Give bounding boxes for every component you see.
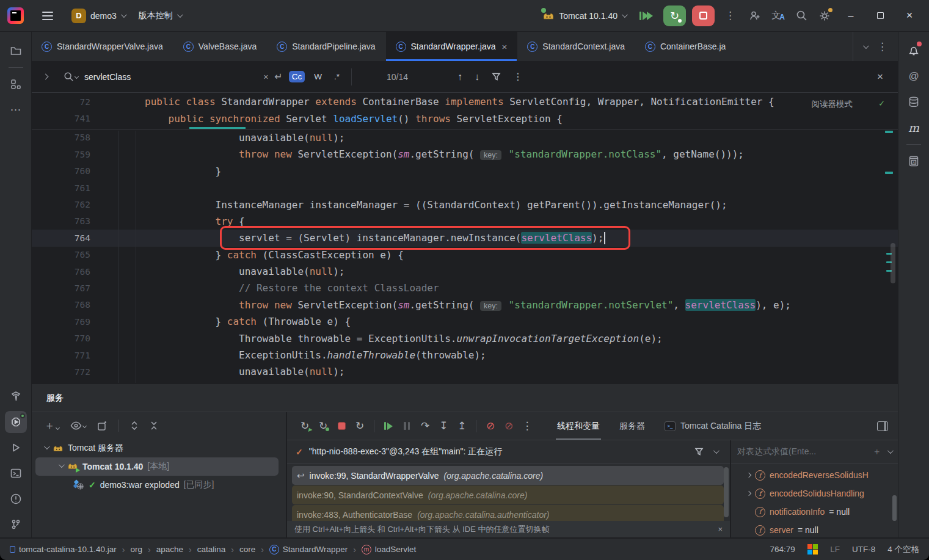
git-icon[interactable] bbox=[5, 514, 27, 536]
editor-tab[interactable]: CStandardWrapper.java× bbox=[386, 32, 518, 61]
code-line[interactable]: 758unavailable(null); bbox=[32, 129, 898, 146]
minimize-button[interactable]: – bbox=[837, 5, 864, 26]
expand-search-icon[interactable] bbox=[42, 74, 48, 80]
code-line[interactable]: 760} bbox=[32, 163, 898, 180]
rerun-button[interactable]: ↻▶ bbox=[296, 418, 314, 435]
debug-tab[interactable]: 线程和变量 bbox=[550, 412, 607, 440]
reader-mode-label[interactable]: 阅读器模式 bbox=[812, 99, 853, 110]
debug-tab[interactable]: 服务器 bbox=[612, 412, 652, 440]
expand-chevron-icon[interactable] bbox=[746, 491, 751, 496]
project-folder-icon[interactable] bbox=[5, 40, 27, 62]
add-watch-icon[interactable]: ＋ bbox=[872, 446, 881, 457]
code-line[interactable]: 772unavailable(null); bbox=[32, 363, 898, 380]
run-config-selector[interactable]: Tomcat 10.1.40 bbox=[537, 6, 631, 26]
settings-button[interactable] bbox=[814, 7, 835, 25]
step-into-button[interactable]: ↧ bbox=[434, 418, 453, 435]
ai-assistant-icon[interactable]: @ bbox=[903, 65, 925, 87]
breadcrumb-item[interactable]: core bbox=[239, 545, 255, 554]
microsoft-input-icon[interactable] bbox=[807, 544, 818, 555]
code-line[interactable]: 762InstanceManager instanceManager = ((S… bbox=[32, 196, 898, 213]
translate-button[interactable]: 文A bbox=[768, 7, 789, 25]
stack-frame-row[interactable]: ↩invoke:99, StandardWrapperValve(org.apa… bbox=[292, 466, 724, 485]
code-line[interactable]: 759throw new ServletException(sm.getStri… bbox=[32, 146, 898, 162]
close-hint-icon[interactable]: × bbox=[718, 525, 723, 534]
breadcrumb-item[interactable]: mloadServlet bbox=[362, 545, 417, 555]
problems-icon[interactable] bbox=[5, 488, 27, 510]
search-history-chevron-icon[interactable] bbox=[75, 75, 79, 79]
editor-tab[interactable]: CStandardPipeline.java bbox=[267, 32, 385, 61]
search-field[interactable]: servletClass × ↵ Cc W .* bbox=[59, 71, 343, 82]
newline-icon[interactable]: ↵ bbox=[274, 71, 282, 82]
vcs-widget[interactable]: 版本控制 bbox=[134, 7, 186, 25]
maximize-button[interactable] bbox=[867, 5, 894, 26]
code-line[interactable]: 768throw new ServletException(sm.getStri… bbox=[32, 297, 898, 313]
mute-breakpoints-button[interactable]: ⊘ bbox=[500, 418, 518, 435]
main-menu-button[interactable] bbox=[37, 5, 58, 26]
notifications-bell-icon[interactable] bbox=[903, 40, 925, 62]
tree-row[interactable]: Tomcat 服务器 bbox=[35, 439, 279, 457]
tree-row[interactable]: Tomcat 10.1.40[本地] bbox=[35, 457, 279, 476]
close-tab-icon[interactable]: × bbox=[502, 42, 508, 52]
structure-icon[interactable] bbox=[5, 73, 27, 95]
indent-indicator[interactable]: 4 个空格 bbox=[887, 544, 919, 555]
thread-selector-chevron-icon[interactable] bbox=[713, 448, 720, 454]
sticky-code-line[interactable]: 72public class StandardWrapper extends C… bbox=[32, 93, 898, 110]
variables-scrollbar[interactable] bbox=[892, 495, 897, 521]
sticky-code-line[interactable]: 741public synchronized Servlet loadServl… bbox=[32, 110, 898, 126]
variable-row[interactable]: fnotificationInfo= null bbox=[731, 503, 898, 521]
code-line[interactable]: 769} catch (Throwable e) { bbox=[32, 313, 898, 330]
search-query[interactable]: servletClass bbox=[84, 72, 257, 82]
code-line[interactable]: 770Throwable throwable = ExceptionUtils.… bbox=[32, 330, 898, 346]
editor-tab[interactable]: CContainerBase.ja bbox=[635, 32, 736, 61]
layout-settings-icon[interactable] bbox=[877, 421, 888, 431]
code-editor[interactable]: 72public class StandardWrapper extends C… bbox=[32, 93, 898, 383]
match-case-toggle[interactable]: Cc bbox=[289, 71, 305, 82]
editor-tab[interactable]: CValveBase.java bbox=[173, 32, 267, 61]
line-ending-indicator[interactable]: LF bbox=[830, 545, 840, 554]
expand-chevron-icon[interactable] bbox=[746, 473, 751, 478]
encoding-indicator[interactable]: UTF-8 bbox=[852, 545, 875, 554]
code-line[interactable]: 761 bbox=[32, 180, 898, 196]
collapse-all-button[interactable] bbox=[150, 421, 158, 431]
variable-row[interactable]: fencodedReverseSolidusH bbox=[731, 466, 898, 484]
breadcrumb-item[interactable]: tomcat-catalina-10.1.40.jar bbox=[10, 545, 117, 554]
variable-row[interactable]: fencodedSolidusHandling bbox=[731, 484, 898, 503]
tree-row[interactable]: ✓demo3:war exploded[已同步] bbox=[35, 476, 279, 494]
breadcrumb-item[interactable]: catalina bbox=[197, 545, 226, 554]
run-tool-window-icon[interactable] bbox=[5, 437, 27, 459]
filter-search-button[interactable] bbox=[492, 72, 501, 81]
step-over-button[interactable]: ↷ bbox=[416, 418, 434, 435]
hidden-tabs-chevron-icon[interactable] bbox=[863, 43, 869, 49]
inspections-ok-icon[interactable]: ✓ bbox=[879, 98, 884, 109]
more-actions-button[interactable]: ⋮ bbox=[719, 9, 742, 22]
breadcrumb-item[interactable]: org bbox=[131, 545, 143, 554]
editor-tab[interactable]: CStandardContext.java bbox=[517, 32, 635, 61]
documentation-icon[interactable]: A bbox=[903, 150, 925, 172]
terminal-icon[interactable] bbox=[5, 462, 27, 484]
code-line[interactable]: 771ExceptionUtils.handleThrowable(throwa… bbox=[32, 347, 898, 363]
breadcrumb-item[interactable]: CStandardWrapper bbox=[269, 545, 348, 555]
thread-row[interactable]: ✓ "http-nio-888-exec-3"@3,243 在组"main": … bbox=[287, 440, 730, 464]
variable-row[interactable]: fserver= null bbox=[731, 521, 898, 537]
stack-frame-row[interactable]: invoke:483, AuthenticatorBase(org.apache… bbox=[292, 505, 724, 521]
view-breakpoints-button[interactable]: ⊘ bbox=[481, 418, 500, 435]
editor-scrollbar[interactable] bbox=[891, 243, 895, 283]
tree-expand-chevron-icon[interactable] bbox=[59, 462, 65, 468]
step-out-button[interactable]: ↥ bbox=[453, 418, 471, 435]
frames-scrollbar[interactable] bbox=[724, 467, 729, 517]
code-line[interactable]: 763try { bbox=[32, 213, 898, 230]
caret-position[interactable]: 764:79 bbox=[770, 545, 795, 554]
database-icon[interactable] bbox=[903, 91, 925, 113]
add-service-button[interactable]: ＋ bbox=[44, 418, 59, 433]
search-options-button[interactable]: ⋮ bbox=[513, 71, 523, 82]
evaluate-expression-field[interactable]: 对表达式求值(Ente... ＋ bbox=[731, 440, 898, 464]
editor-tab[interactable]: CStandardWrapperValve.java bbox=[32, 32, 173, 61]
expand-all-button[interactable] bbox=[130, 421, 139, 431]
more-tool-windows-icon[interactable]: ⋯ bbox=[5, 99, 27, 121]
code-line[interactable]: 767// Restore the context ClassLoader bbox=[32, 280, 898, 296]
pause-button[interactable] bbox=[398, 418, 416, 435]
debug-indicator-icon[interactable] bbox=[639, 12, 653, 20]
regex-toggle[interactable]: .* bbox=[331, 71, 343, 82]
refresh-button[interactable]: ↻ bbox=[351, 418, 369, 435]
close-button[interactable]: × bbox=[896, 5, 923, 26]
